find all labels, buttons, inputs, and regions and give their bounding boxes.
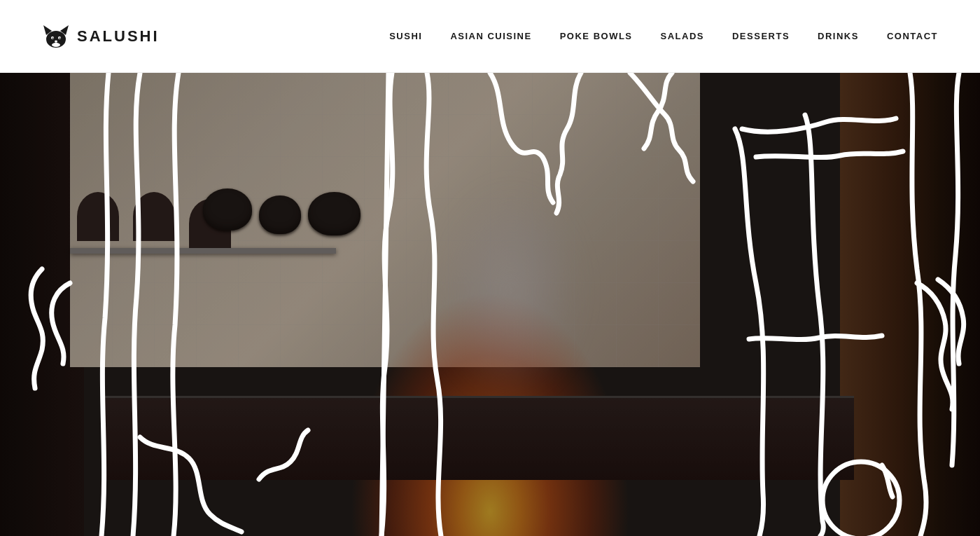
svg-point-6 — [59, 37, 61, 39]
logo-link[interactable]: SALUSHI — [42, 22, 160, 50]
svg-point-7 — [55, 40, 57, 42]
logo-text: SALUSHI — [77, 27, 160, 46]
hero-overlay — [0, 73, 980, 536]
nav-desserts[interactable]: DESSERTS — [732, 31, 790, 41]
svg-point-10 — [52, 43, 60, 47]
nav-poke-bowls[interactable]: POKE BOWLS — [560, 31, 633, 41]
nav-sushi[interactable]: SUSHI — [389, 31, 422, 41]
logo-icon — [42, 22, 70, 50]
hero-section — [0, 73, 980, 536]
main-nav: SUSHI ASIAN CUISINE POKE BOWLS SALADS DE… — [389, 31, 938, 41]
nav-asian-cuisine[interactable]: ASIAN CUISINE — [450, 31, 531, 41]
svg-point-5 — [52, 37, 54, 39]
nav-drinks[interactable]: DRINKS — [818, 31, 859, 41]
nav-contact[interactable]: CONTACT — [887, 31, 938, 41]
site-header: SALUSHI SUSHI ASIAN CUISINE POKE BOWLS S… — [0, 0, 980, 73]
nav-salads[interactable]: SALADS — [661, 31, 704, 41]
